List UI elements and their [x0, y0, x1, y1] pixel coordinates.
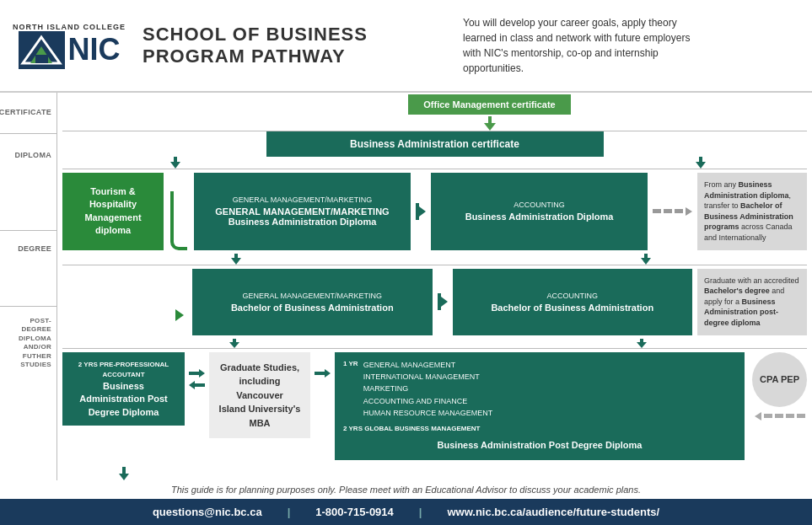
accounting-diploma-box: ACCOUNTING Business Administration Diplo…	[431, 173, 648, 250]
college-name: NORTH ISLAND COLLEGE	[13, 23, 126, 31]
cpa-pep-down-arrow: CPA PEP	[62, 467, 185, 480]
cpa-pep-bottom-area: CPA PEP	[62, 463, 807, 480]
top-cert-area: Office Management certificate	[172, 94, 807, 131]
page-layout: NORTH ISLAND COLLEGE NIC SCHOOL OF BUSIN…	[0, 0, 812, 525]
degree-arrow-right	[438, 293, 448, 310]
footer-separator-2: |	[419, 506, 422, 518]
header-description: You will develop your career goals, appl…	[463, 15, 699, 76]
diploma-to-degree-arrows	[185, 254, 807, 265]
post-degree-content: 2 YRS PRE-PROFESSIONAL ACCOUTANT Busines…	[62, 352, 807, 460]
logo-area: NORTH ISLAND COLLEGE NIC	[13, 23, 126, 69]
label-degree: DEGREE	[0, 230, 56, 306]
biz-admin-cert-box: Business Administration certificate	[266, 131, 604, 157]
cpa-pep-right-circle: CPA PEP	[752, 352, 807, 407]
accounting-degree-box: ACCOUNTING Bachelor of Business Administ…	[453, 269, 693, 335]
logo-graphic: NIC	[19, 31, 121, 69]
grad-studies-box: Graduate Studies,including VancouverIsla…	[209, 352, 310, 439]
cert-to-diploma-arrows	[120, 157, 807, 169]
footer-website: www.nic.bc.ca/audience/future-students/	[447, 506, 659, 518]
label-certificate: CERTIFICATE	[0, 93, 56, 133]
certificate-row: Business Administration certificate	[62, 131, 807, 157]
degree-row: GENERAL MANAGEMENT/MARKETING Bachelor of…	[62, 265, 807, 339]
grad-with-degree-box: Graduate with an accredited Bachelor's d…	[697, 269, 807, 335]
content-area: CERTIFICATE DIPLOMA DEGREE POST-DEGREE D…	[0, 93, 812, 480]
degree-spacer	[62, 282, 187, 321]
diploma-row: Tourism & Hospitality Management diploma…	[62, 169, 807, 254]
label-diploma: DIPLOMA	[0, 133, 56, 230]
office-mgmt-box: Office Management certificate	[408, 94, 571, 115]
footer-separator-1: |	[288, 506, 291, 518]
diploma-arrow-right-1	[416, 203, 426, 220]
cpa-pep-right-area: CPA PEP	[749, 352, 807, 421]
footer-email: questions@nic.bc.ca	[153, 506, 262, 518]
svg-rect-3	[35, 55, 48, 63]
label-post-degree: POST-DEGREE DIPLOMA AND/OR FUTHER STUDIE…	[0, 306, 56, 480]
diagram-area: Office Management certificate Business A…	[57, 93, 812, 480]
nic-logo-icon	[19, 31, 65, 69]
pre-prof-grad-arrows	[189, 352, 205, 389]
dashed-left-arrow	[755, 412, 805, 421]
from-any-diploma-box: From any Business Administration diploma…	[697, 173, 807, 250]
degree-to-postdeg-arrows	[62, 339, 807, 348]
header: NORTH ISLAND COLLEGE NIC SCHOOL OF BUSIN…	[0, 0, 812, 93]
grad-to-right-arrow	[315, 352, 331, 378]
pre-prof-box: 2 YRS PRE-PROFESSIONAL ACCOUTANT Busines…	[62, 352, 185, 426]
footer-phone: 1-800-715-0914	[315, 506, 394, 518]
gen-mktg-degree-box: GENERAL MANAGEMENT/MARKETING Bachelor of…	[192, 269, 433, 335]
disclaimer: This guide is for planning purposes only…	[0, 480, 812, 499]
left-labels: CERTIFICATE DIPLOMA DEGREE POST-DEGREE D…	[0, 93, 57, 480]
page-title: SCHOOL OF BUSINESS PROGRAM PATHWAY	[143, 24, 463, 67]
tourism-curve-arrow	[169, 173, 189, 250]
dashed-arrows-diploma	[653, 207, 692, 216]
post-degree-row: 2 YRS PRE-PROFESSIONAL ACCOUTANT Busines…	[62, 348, 807, 480]
arrow-office-to-cert	[484, 116, 496, 131]
college-abbr: NIC	[68, 35, 121, 65]
tourism-box: Tourism & Hospitality Management diploma	[62, 173, 164, 250]
gen-mktg-diploma-box: GENERAL MANAGEMENT/MARKETING GENERAL MAN…	[194, 173, 411, 250]
footer: questions@nic.bc.ca | 1-800-715-0914 | w…	[0, 499, 812, 525]
specializations-box: 1 YR GENERAL MANAGEMENT INTERNATIONAL MA…	[335, 352, 745, 460]
